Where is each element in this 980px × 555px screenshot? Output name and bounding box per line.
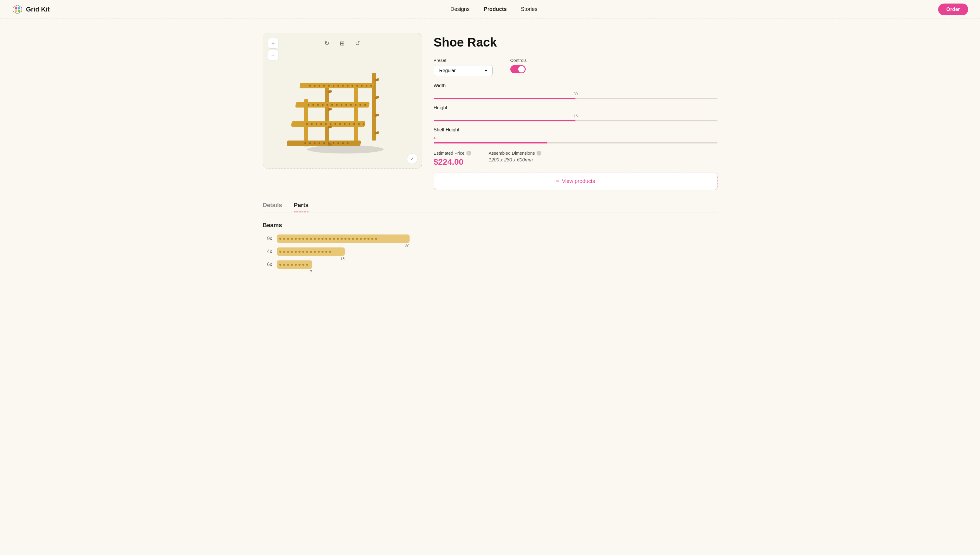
tabs: Details Parts (263, 202, 717, 212)
svg-point-16 (328, 85, 330, 87)
controls-toggle[interactable] (510, 65, 526, 73)
view-products-label: View products (562, 178, 595, 184)
expand-icon: ⤢ (410, 156, 414, 162)
preset-dropdown[interactable]: Regular Wide Narrow Tall (438, 68, 488, 73)
svg-point-13 (314, 85, 316, 87)
view-products-button[interactable]: ≡ View products (434, 173, 717, 190)
beams-heading: Beams (263, 222, 717, 229)
estimated-price-label: Estimated Price i (434, 151, 471, 156)
preset-label: Preset (434, 58, 492, 63)
svg-rect-3 (18, 7, 20, 10)
svg-point-59 (323, 142, 325, 144)
svg-point-32 (331, 104, 333, 106)
assembled-dims-label: Assembled Dimensions i (489, 151, 542, 156)
svg-point-55 (305, 142, 306, 144)
svg-point-25 (371, 85, 372, 87)
beam-1-wrapper: 30 (277, 234, 409, 243)
svg-point-15 (323, 85, 325, 87)
beam-2-dots (279, 251, 331, 253)
svg-point-41 (306, 123, 308, 125)
svg-point-56 (309, 142, 311, 144)
svg-point-45 (325, 123, 327, 125)
svg-point-19 (342, 85, 344, 87)
zoom-out-button[interactable]: − (268, 50, 278, 60)
svg-point-57 (314, 142, 316, 144)
svg-point-48 (339, 123, 341, 125)
rotate-icon-button[interactable]: ↺ (353, 38, 363, 49)
svg-rect-8 (325, 85, 329, 143)
grid-icon-button[interactable]: ⊞ (337, 38, 348, 49)
height-range-input[interactable] (434, 118, 717, 124)
width-label: Width (434, 83, 717, 88)
beam-1-dots (279, 238, 377, 240)
svg-rect-7 (372, 73, 376, 141)
bottom-section: Details Parts Beams 9x (245, 190, 735, 285)
tab-parts[interactable]: Parts (294, 202, 308, 212)
price-block: Estimated Price i $224.00 (434, 151, 471, 167)
price-dims-section: Estimated Price i $224.00 Assembled Dime… (434, 151, 717, 167)
expand-button[interactable]: ⤢ (407, 154, 417, 164)
svg-point-50 (348, 123, 350, 125)
svg-point-42 (311, 123, 313, 125)
svg-rect-5 (18, 10, 20, 12)
svg-point-29 (317, 104, 319, 106)
svg-point-18 (337, 85, 339, 87)
beam-3-qty: 6x (263, 262, 272, 267)
beam-row-3: 6x 7 (263, 260, 717, 269)
shelf-height-range-input[interactable] (434, 140, 717, 146)
svg-rect-0 (12, 4, 23, 15)
main-content: + − ↻ ⊞ ↺ (245, 19, 735, 190)
svg-point-64 (347, 142, 348, 144)
width-slider-value: 30 (574, 92, 577, 96)
beam-2-bar (277, 247, 345, 256)
header: Grid Kit Designs Products Stories Order (0, 0, 980, 19)
3d-viewer[interactable]: + − ↻ ⊞ ↺ (263, 33, 422, 168)
svg-point-51 (353, 123, 355, 125)
beam-1-length: 30 (405, 244, 409, 248)
svg-point-47 (334, 123, 336, 125)
height-label: Height (434, 105, 717, 111)
svg-point-12 (309, 85, 311, 87)
zoom-in-button[interactable]: + (268, 38, 278, 49)
svg-point-35 (345, 104, 347, 106)
refresh-icon: ↻ (324, 40, 329, 47)
preset-controls-row: Preset Regular Wide Narrow Tall Controls (434, 58, 717, 76)
svg-point-21 (351, 85, 353, 87)
svg-point-23 (361, 85, 363, 87)
assembled-dims-info-icon[interactable]: i (537, 151, 541, 156)
shoe-rack-3d-model (286, 52, 398, 158)
width-slider-section: Width 30 (434, 83, 717, 99)
svg-point-17 (333, 85, 334, 87)
dims-value: 1200 x 280 x 600mm (489, 157, 542, 163)
dims-block: Assembled Dimensions i 1200 x 280 x 600m… (489, 151, 542, 163)
shelf-height-label: Shelf Height (434, 127, 717, 133)
zoom-controls: + − (268, 38, 278, 60)
svg-point-58 (319, 142, 320, 144)
product-title: Shoe Rack (434, 35, 717, 50)
nav-stories[interactable]: Stories (521, 6, 537, 12)
viewer-container: + − ↻ ⊞ ↺ (263, 33, 422, 190)
svg-point-63 (342, 142, 344, 144)
right-panel: Shoe Rack Preset Regular Wide Narrow Tal… (434, 33, 717, 190)
svg-point-30 (322, 104, 324, 106)
nav-products[interactable]: Products (484, 6, 507, 12)
width-range-input[interactable] (434, 96, 717, 102)
svg-point-36 (350, 104, 352, 106)
svg-point-33 (336, 104, 338, 106)
svg-point-49 (344, 123, 346, 125)
list-icon: ≡ (556, 178, 559, 184)
svg-point-38 (359, 104, 361, 106)
logo-text: Grid Kit (26, 6, 50, 13)
logo[interactable]: Grid Kit (12, 4, 50, 15)
tab-details[interactable]: Details (263, 202, 282, 212)
beam-row-2: 4x 15 (263, 247, 717, 256)
order-button[interactable]: Order (938, 3, 968, 15)
svg-point-62 (337, 142, 339, 144)
beam-row-1: 9x 30 (263, 234, 717, 243)
estimated-price-info-icon[interactable]: i (467, 151, 471, 156)
nav-designs[interactable]: Designs (451, 6, 470, 12)
svg-point-39 (364, 104, 366, 106)
svg-point-37 (355, 104, 356, 106)
preset-select-wrapper[interactable]: Regular Wide Narrow Tall (434, 65, 492, 76)
refresh-icon-button[interactable]: ↻ (322, 38, 332, 49)
